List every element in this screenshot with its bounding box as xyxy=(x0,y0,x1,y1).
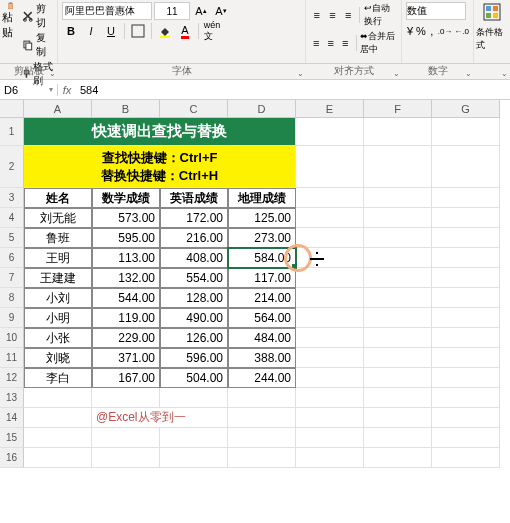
cell-B3[interactable]: 数学成绩 xyxy=(92,188,160,208)
bold-button[interactable]: B xyxy=(62,22,80,40)
underline-button[interactable]: U xyxy=(102,22,120,40)
decrease-decimal-button[interactable]: ←.0 xyxy=(454,22,469,40)
cell-E5[interactable] xyxy=(296,228,364,248)
cell-C4[interactable]: 172.00 xyxy=(160,208,228,228)
cell-A13[interactable] xyxy=(24,388,92,408)
fill-color-button[interactable] xyxy=(156,22,174,40)
cell-E8[interactable] xyxy=(296,288,364,308)
cell-E2[interactable] xyxy=(296,146,364,188)
row-header-16[interactable]: 16 xyxy=(0,448,24,468)
font-color-button[interactable]: A xyxy=(176,22,194,40)
cell-E12[interactable] xyxy=(296,368,364,388)
cell-E14[interactable] xyxy=(296,408,364,428)
cell-D8[interactable]: 214.00 xyxy=(228,288,296,308)
row-header-2[interactable]: 2 xyxy=(0,146,24,188)
cell-A16[interactable] xyxy=(24,448,92,468)
border-button[interactable] xyxy=(129,22,147,40)
increase-decimal-button[interactable]: .0→ xyxy=(438,22,453,40)
cell-F9[interactable] xyxy=(364,308,432,328)
cell-G14[interactable] xyxy=(432,408,500,428)
fx-icon[interactable]: fx xyxy=(58,84,76,96)
cell-B6[interactable]: 113.00 xyxy=(92,248,160,268)
cell-C7[interactable]: 554.00 xyxy=(160,268,228,288)
cell-F5[interactable] xyxy=(364,228,432,248)
column-header-E[interactable]: E xyxy=(296,100,364,118)
cell-D5[interactable]: 273.00 xyxy=(228,228,296,248)
currency-button[interactable]: ¥ xyxy=(406,22,414,40)
paste-button[interactable]: 粘贴 xyxy=(2,2,20,40)
italic-button[interactable]: I xyxy=(82,22,100,40)
cell-F1[interactable] xyxy=(364,118,432,146)
row-header-10[interactable]: 10 xyxy=(0,328,24,348)
cell-F7[interactable] xyxy=(364,268,432,288)
column-header-B[interactable]: B xyxy=(92,100,160,118)
cell-A5[interactable]: 鲁班 xyxy=(24,228,92,248)
column-header-G[interactable]: G xyxy=(432,100,500,118)
name-box[interactable]: D6▾ xyxy=(0,84,58,96)
cell-C9[interactable]: 490.00 xyxy=(160,308,228,328)
cell-C6[interactable]: 408.00 xyxy=(160,248,228,268)
cell-A3[interactable]: 姓名 xyxy=(24,188,92,208)
cell-F16[interactable] xyxy=(364,448,432,468)
row-header-9[interactable]: 9 xyxy=(0,308,24,328)
cell-E7[interactable] xyxy=(296,268,364,288)
cell-E4[interactable] xyxy=(296,208,364,228)
align-right-button[interactable]: ≡ xyxy=(339,34,352,52)
cell-E6[interactable] xyxy=(296,248,364,268)
cell-G5[interactable] xyxy=(432,228,500,248)
cell-B13[interactable] xyxy=(92,388,160,408)
cell-A1[interactable]: 快速调出查找与替换 xyxy=(24,118,296,146)
cut-button[interactable]: 剪切 xyxy=(22,2,55,30)
select-all-corner[interactable] xyxy=(0,100,24,118)
row-header-6[interactable]: 6 xyxy=(0,248,24,268)
row-header-7[interactable]: 7 xyxy=(0,268,24,288)
cell-F4[interactable] xyxy=(364,208,432,228)
row-header-4[interactable]: 4 xyxy=(0,208,24,228)
column-header-D[interactable]: D xyxy=(228,100,296,118)
cell-F14[interactable] xyxy=(364,408,432,428)
cell-A12[interactable]: 李白 xyxy=(24,368,92,388)
cell-F2[interactable] xyxy=(364,146,432,188)
cell-F11[interactable] xyxy=(364,348,432,368)
column-header-A[interactable]: A xyxy=(24,100,92,118)
align-bot-button[interactable]: ≡ xyxy=(341,6,355,24)
cell-D15[interactable] xyxy=(228,428,296,448)
cell-G1[interactable] xyxy=(432,118,500,146)
cell-E10[interactable] xyxy=(296,328,364,348)
cell-F3[interactable] xyxy=(364,188,432,208)
row-header-14[interactable]: 14 xyxy=(0,408,24,428)
cell-A9[interactable]: 小明 xyxy=(24,308,92,328)
cell-G12[interactable] xyxy=(432,368,500,388)
align-center-button[interactable]: ≡ xyxy=(325,34,338,52)
cell-C5[interactable]: 216.00 xyxy=(160,228,228,248)
merge-center-button[interactable]: ⬌合并后居中 xyxy=(360,30,397,56)
cell-G4[interactable] xyxy=(432,208,500,228)
cell-D7[interactable]: 117.00 xyxy=(228,268,296,288)
cell-G6[interactable] xyxy=(432,248,500,268)
cell-D10[interactable]: 484.00 xyxy=(228,328,296,348)
cell-G15[interactable] xyxy=(432,428,500,448)
copy-button[interactable]: 复制 xyxy=(22,31,55,59)
cell-A10[interactable]: 小张 xyxy=(24,328,92,348)
cell-F15[interactable] xyxy=(364,428,432,448)
row-header-11[interactable]: 11 xyxy=(0,348,24,368)
row-header-13[interactable]: 13 xyxy=(0,388,24,408)
cell-C8[interactable]: 128.00 xyxy=(160,288,228,308)
cell-G2[interactable] xyxy=(432,146,500,188)
cell-E15[interactable] xyxy=(296,428,364,448)
row-header-8[interactable]: 8 xyxy=(0,288,24,308)
font-name-select[interactable] xyxy=(62,2,152,20)
cell-C16[interactable] xyxy=(160,448,228,468)
cell-F10[interactable] xyxy=(364,328,432,348)
column-header-F[interactable]: F xyxy=(364,100,432,118)
cell-E1[interactable] xyxy=(296,118,364,146)
cell-C12[interactable]: 504.00 xyxy=(160,368,228,388)
row-header-12[interactable]: 12 xyxy=(0,368,24,388)
increase-font-button[interactable]: A▴ xyxy=(192,2,210,20)
cell-G16[interactable] xyxy=(432,448,500,468)
cell-A2[interactable]: 查找快捷键：Ctrl+F替换快捷键：Ctrl+H xyxy=(24,146,296,188)
cell-G13[interactable] xyxy=(432,388,500,408)
cell-A15[interactable] xyxy=(24,428,92,448)
cell-C3[interactable]: 英语成绩 xyxy=(160,188,228,208)
cell-C10[interactable]: 126.00 xyxy=(160,328,228,348)
